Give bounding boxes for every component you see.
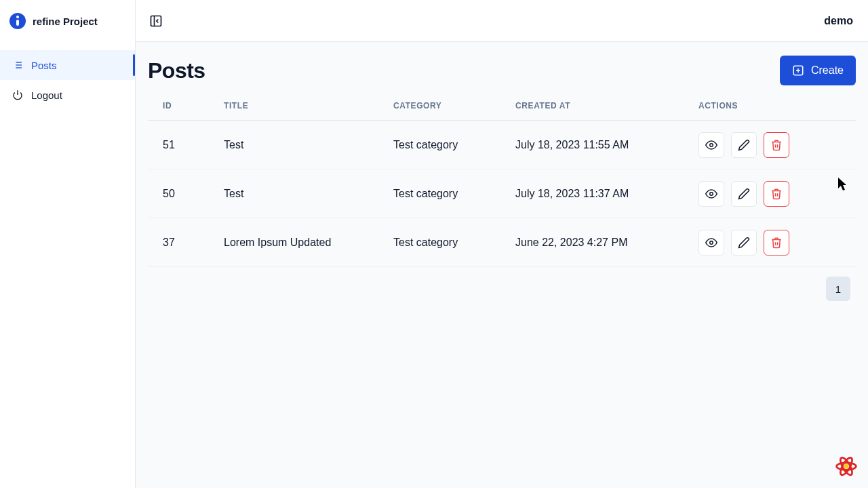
table-header-row: ID TITLE CATEGORY CREATED AT ACTIONS xyxy=(148,91,856,121)
page-header: Posts Create xyxy=(148,56,856,85)
sidebar: refine Project Posts Logout xyxy=(0,0,136,488)
sidebar-nav: Posts Logout xyxy=(0,42,135,110)
svg-point-13 xyxy=(710,192,713,195)
sidebar-collapse-button[interactable] xyxy=(146,12,165,30)
cell-title: Test xyxy=(224,188,393,200)
cell-category: Test category xyxy=(393,237,515,249)
view-button[interactable] xyxy=(698,230,724,256)
page-number-button[interactable]: 1 xyxy=(826,277,850,301)
cell-title: Test xyxy=(224,139,393,151)
create-button-label: Create xyxy=(811,64,844,77)
current-user-label: demo xyxy=(824,15,857,27)
cell-actions xyxy=(698,132,841,158)
col-header-id: ID xyxy=(163,101,224,110)
cell-category: Test category xyxy=(393,139,515,151)
col-header-actions: ACTIONS xyxy=(698,101,841,110)
sidebar-item-label: Logout xyxy=(31,89,62,101)
svg-point-12 xyxy=(710,143,713,146)
page-title: Posts xyxy=(148,58,205,83)
cell-actions xyxy=(698,230,841,256)
table-row: 37 Lorem Ipsum Updated Test category Jun… xyxy=(148,218,856,267)
eye-icon xyxy=(705,237,717,249)
cell-category: Test category xyxy=(393,188,515,200)
devtools-badge-icon[interactable] xyxy=(834,454,859,479)
sidebar-item-label: Posts xyxy=(31,60,57,71)
cell-title: Lorem Ipsum Updated xyxy=(224,237,393,249)
view-button[interactable] xyxy=(698,132,724,158)
main-area: demo Posts Create ID TITLE CATEGORY CREA… xyxy=(136,0,868,488)
svg-point-18 xyxy=(844,464,848,468)
trash-icon xyxy=(770,139,783,151)
edit-button[interactable] xyxy=(731,132,757,158)
pencil-icon xyxy=(738,139,750,151)
cell-id: 37 xyxy=(163,237,224,249)
col-header-category: CATEGORY xyxy=(393,101,515,110)
cell-created-at: July 18, 2023 11:55 AM xyxy=(515,139,698,151)
delete-button[interactable] xyxy=(764,230,789,256)
cell-actions xyxy=(698,181,841,207)
cell-created-at: July 18, 2023 11:37 AM xyxy=(515,188,698,200)
topbar: demo xyxy=(136,0,868,42)
page-content: Posts Create ID TITLE CATEGORY CREATED A… xyxy=(136,42,868,314)
sidebar-item-posts[interactable]: Posts xyxy=(0,50,135,80)
edit-button[interactable] xyxy=(731,230,757,256)
svg-point-14 xyxy=(710,241,713,244)
delete-button[interactable] xyxy=(764,181,789,207)
power-icon xyxy=(12,89,23,100)
delete-button[interactable] xyxy=(764,132,789,158)
trash-icon xyxy=(770,188,783,200)
cell-created-at: June 22, 2023 4:27 PM xyxy=(515,237,698,249)
cell-id: 50 xyxy=(163,188,224,200)
eye-icon xyxy=(705,188,717,200)
sidebar-item-logout[interactable]: Logout xyxy=(0,80,135,110)
cell-id: 51 xyxy=(163,139,224,151)
view-button[interactable] xyxy=(698,181,724,207)
col-header-title: TITLE xyxy=(224,101,393,110)
posts-table: ID TITLE CATEGORY CREATED AT ACTIONS 51 … xyxy=(148,91,856,267)
plus-square-icon xyxy=(792,64,804,77)
create-button[interactable]: Create xyxy=(780,56,856,85)
edit-button[interactable] xyxy=(731,181,757,207)
brand-row: refine Project xyxy=(0,0,135,42)
col-header-created-at: CREATED AT xyxy=(515,101,698,110)
pagination: 1 xyxy=(148,267,856,301)
pencil-icon xyxy=(738,237,750,249)
eye-icon xyxy=(705,139,717,151)
list-icon xyxy=(12,60,23,70)
trash-icon xyxy=(770,237,783,249)
pencil-icon xyxy=(738,188,750,200)
table-row: 50 Test Test category July 18, 2023 11:3… xyxy=(148,169,856,218)
brand-name: refine Project xyxy=(33,16,98,27)
brand-logo-icon xyxy=(9,13,26,29)
table-row: 51 Test Test category July 18, 2023 11:5… xyxy=(148,121,856,169)
